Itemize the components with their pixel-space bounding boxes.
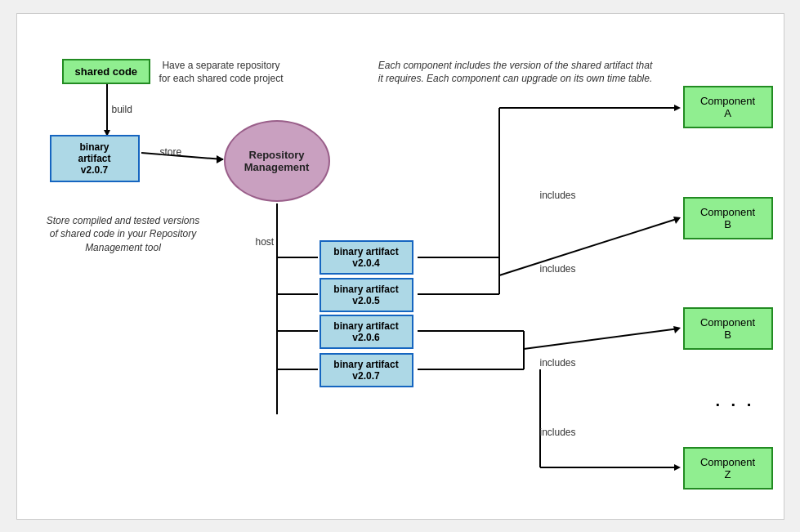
annotation-bottom-left-text: Store compiled and tested versions of sh…	[47, 215, 199, 254]
component-b2-box: Component B	[683, 307, 773, 350]
svg-line-2	[141, 153, 223, 159]
store-label: store	[160, 146, 182, 158]
binary-right-2: binary artifactv2.0.5	[320, 278, 413, 312]
binary-artifact-left: binary artifactv2.0.7	[50, 135, 140, 182]
svg-marker-17	[673, 217, 681, 224]
includes-label-2: includes	[540, 263, 576, 275]
svg-line-16	[499, 218, 679, 275]
svg-marker-13	[674, 105, 681, 111]
binary-right-3: binary artifactv2.0.6	[320, 315, 413, 349]
component-a-box: Component A	[683, 86, 773, 128]
shared-code-label: shared code	[75, 65, 138, 78]
binary-right-1: binary artifactv2.0.4	[320, 240, 413, 275]
includes-label-3: includes	[540, 357, 576, 369]
annotation-top-right-text: Each component includes the version of t…	[378, 60, 653, 85]
component-b1-box: Component B	[683, 197, 773, 239]
host-label: host	[256, 236, 275, 248]
svg-line-21	[524, 329, 679, 349]
svg-marker-22	[673, 326, 681, 333]
build-label: build	[112, 104, 132, 115]
annotation-top-left: Have a separate repository for each shar…	[156, 59, 287, 87]
annotation-bottom-left: Store compiled and tested versions of sh…	[42, 214, 205, 255]
svg-marker-26	[674, 464, 681, 471]
includes-label-1: includes	[540, 190, 576, 201]
component-z-box: Component Z	[683, 447, 773, 490]
annotation-top-right: Each component includes the version of t…	[377, 59, 655, 87]
repo-management-label: Repository Management	[226, 149, 328, 173]
annotation-top-left-text: Have a separate repository for each shar…	[159, 60, 283, 85]
includes-label-4: includes	[540, 427, 576, 438]
repo-management-ellipse: Repository Management	[224, 120, 330, 202]
shared-code-box: shared code	[62, 59, 151, 84]
diagram-container: shared code Have a separate repository f…	[16, 13, 784, 520]
svg-marker-3	[217, 155, 224, 163]
dots-indicator: . . .	[716, 391, 755, 410]
binary-right-4: binary artifactv2.0.7	[320, 353, 413, 387]
